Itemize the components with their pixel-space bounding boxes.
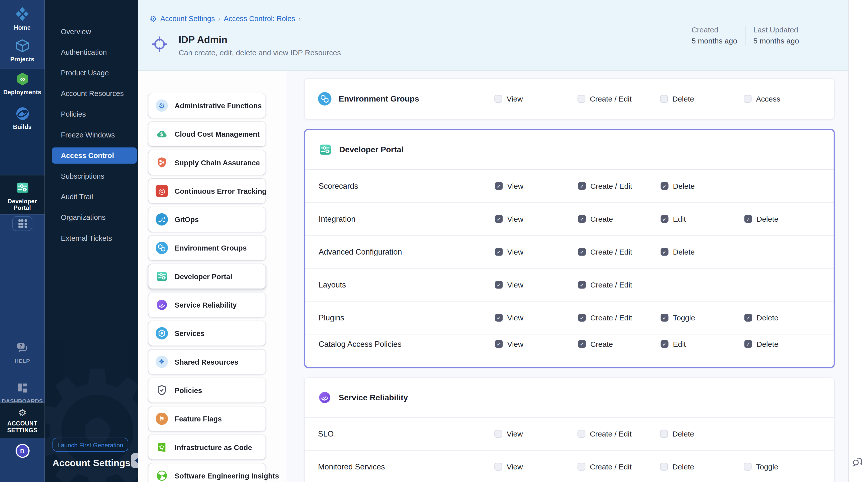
resource-card-continuous-error-tracking[interactable]: ◎Continuous Error Tracking xyxy=(149,179,266,203)
checkbox-checked[interactable] xyxy=(495,248,503,255)
checkbox-checked[interactable] xyxy=(495,182,503,190)
permission-label: View xyxy=(507,215,523,223)
checkbox-checked[interactable] xyxy=(495,215,503,223)
resource-card-software-engineering-insights[interactable]: Software Engineering Insights xyxy=(149,463,266,482)
service-reliability-icon xyxy=(156,299,168,311)
sidebar-item-label: Policies xyxy=(61,110,86,118)
checkbox-checked[interactable] xyxy=(578,248,586,255)
checkbox-unchecked[interactable] xyxy=(578,95,585,103)
last-updated-label: Last Updated xyxy=(753,26,799,34)
permission-create-edit: Create / Edit xyxy=(578,463,660,471)
checkbox-checked[interactable] xyxy=(578,281,586,289)
checkbox-checked[interactable] xyxy=(495,314,503,322)
sidebar-item-product-usage[interactable]: Product Usage xyxy=(45,63,138,83)
rail-item-home[interactable]: Home xyxy=(0,0,45,31)
sidebar-item-subscriptions[interactable]: Subscriptions xyxy=(45,166,138,186)
rail-item-deployments[interactable]: ∞ Deployments xyxy=(0,69,45,95)
checkbox-checked[interactable] xyxy=(495,281,503,289)
sidebar-item-authentication[interactable]: Authentication xyxy=(45,42,138,63)
sidebar-item-organizations[interactable]: Organizations xyxy=(45,207,138,228)
resource-card-shared-resources[interactable]: ❖Shared Resources xyxy=(149,350,266,374)
resource-card-label: Developer Portal xyxy=(175,272,232,280)
checkbox-unchecked[interactable] xyxy=(578,430,585,438)
rail-item-projects[interactable]: Projects xyxy=(0,31,45,63)
section-title: Developer Portal xyxy=(339,145,404,154)
checkbox-checked[interactable] xyxy=(744,215,752,223)
checkbox-checked[interactable] xyxy=(660,340,668,348)
checkbox-checked[interactable] xyxy=(495,340,503,348)
permission-label: View xyxy=(507,340,523,348)
checkbox-checked[interactable] xyxy=(744,314,752,322)
resource-card-policies[interactable]: Policies xyxy=(149,378,266,402)
checkbox-unchecked[interactable] xyxy=(494,430,502,438)
resource-card-label: Policies xyxy=(175,386,202,394)
breadcrumb-account-settings[interactable]: Account Settings xyxy=(160,14,215,23)
resource-card-service-reliability[interactable]: Service Reliability xyxy=(149,293,266,317)
sidebar-item-overview[interactable]: Overview xyxy=(45,21,138,42)
sidebar-collapse-handle[interactable] xyxy=(131,453,138,468)
checkbox-unchecked[interactable] xyxy=(494,95,502,103)
resource-card-environment-groups[interactable]: Environment Groups xyxy=(149,236,266,260)
breadcrumb-roles[interactable]: Access Control: Roles xyxy=(224,14,295,23)
checkbox-unchecked[interactable] xyxy=(660,463,668,471)
checkbox-checked[interactable] xyxy=(660,314,668,322)
permission-label: Create / Edit xyxy=(590,95,632,103)
svg-text:$: $ xyxy=(160,131,163,137)
section-title: Service Reliability xyxy=(339,393,408,402)
checkbox-checked[interactable] xyxy=(744,340,752,348)
rail-label-builds: Builds xyxy=(13,123,32,130)
resource-card-administrative-functions[interactable]: ⚙Administrative Functions xyxy=(149,93,266,118)
resource-card-feature-flags[interactable]: ⚑Feature Flags xyxy=(149,406,266,431)
user-avatar[interactable]: D xyxy=(15,444,29,458)
checkbox-checked[interactable] xyxy=(660,248,668,255)
rail-item-builds[interactable]: Builds xyxy=(0,95,45,130)
permission-row-plugins: PluginsViewCreate / EditToggleDelete xyxy=(305,301,834,334)
rail-item-account-settings[interactable]: ⚙ ACCOUNT SETTINGS xyxy=(0,402,45,433)
dashboards-icon xyxy=(14,380,30,396)
checkbox-checked[interactable] xyxy=(578,314,586,322)
permission-row-label: Plugins xyxy=(319,313,495,322)
checkbox-unchecked[interactable] xyxy=(578,463,585,471)
checkbox-checked[interactable] xyxy=(578,182,586,190)
breadcrumb-gear-icon: ⚙ xyxy=(149,14,157,23)
sidebar-item-audit-trail[interactable]: Audit Trail xyxy=(45,186,138,207)
checkbox-unchecked[interactable] xyxy=(660,430,668,438)
resource-card-gitops[interactable]: ⎇GitOps xyxy=(149,207,266,232)
resource-card-label: Infrastructure as Code xyxy=(175,443,252,451)
checkbox-unchecked[interactable] xyxy=(744,463,751,471)
sidebar-item-access-control[interactable]: Access Control xyxy=(45,145,138,166)
checkbox-checked[interactable] xyxy=(578,340,586,348)
chevron-left-icon xyxy=(134,458,137,463)
rail-item-help[interactable]: ? HELP xyxy=(0,214,45,365)
permission-create-edit: Create / Edit xyxy=(578,182,661,190)
checkbox-checked[interactable] xyxy=(578,215,586,223)
sidebar-item-account-resources[interactable]: Account Resources xyxy=(45,83,138,104)
rail-item-dashboards[interactable]: DASHBOARDS xyxy=(0,365,45,405)
permission-label: Create / Edit xyxy=(590,182,632,190)
checkbox-checked[interactable] xyxy=(660,215,668,223)
support-chat-icon[interactable] xyxy=(851,456,864,468)
rail-label-developer-portal: Developer Portal xyxy=(3,198,42,211)
checkbox-unchecked[interactable] xyxy=(494,463,502,471)
rail-label-help: HELP xyxy=(14,358,30,365)
resource-card-label: Administrative Functions xyxy=(175,101,262,110)
resource-card-supply-chain-assurance[interactable]: Supply Chain Assurance xyxy=(149,150,266,175)
module-picker-button[interactable] xyxy=(12,216,32,231)
checkbox-checked[interactable] xyxy=(660,182,668,190)
launch-first-generation-button[interactable]: Launch First Generation xyxy=(53,438,128,452)
rail-item-developer-portal[interactable]: Developer Portal xyxy=(0,175,45,211)
sidebar-item-policies[interactable]: Policies xyxy=(45,104,138,124)
permission-row-label: Layouts xyxy=(319,280,495,289)
resource-card-infrastructure-as-code[interactable]: Infrastructure as Code xyxy=(149,435,266,460)
checkbox-unchecked[interactable] xyxy=(660,95,668,103)
sidebar-item-external-tickets[interactable]: External Tickets xyxy=(45,228,138,248)
resource-card-developer-portal[interactable]: Developer Portal xyxy=(149,264,266,289)
permission-view: View xyxy=(495,182,578,190)
module-rail: Home Projects ∞ Deployments Builds xyxy=(0,0,45,482)
sidebar-item-freeze-windows[interactable]: Freeze Windows xyxy=(45,124,138,145)
resource-card-services[interactable]: Services xyxy=(149,321,266,345)
section-header: Environment GroupsViewCreate / EditDelet… xyxy=(305,79,834,119)
resource-card-cloud-cost-management[interactable]: $Cloud Cost Management xyxy=(149,122,266,146)
created-block: Created 5 months ago xyxy=(691,26,737,45)
checkbox-unchecked[interactable] xyxy=(744,95,751,103)
